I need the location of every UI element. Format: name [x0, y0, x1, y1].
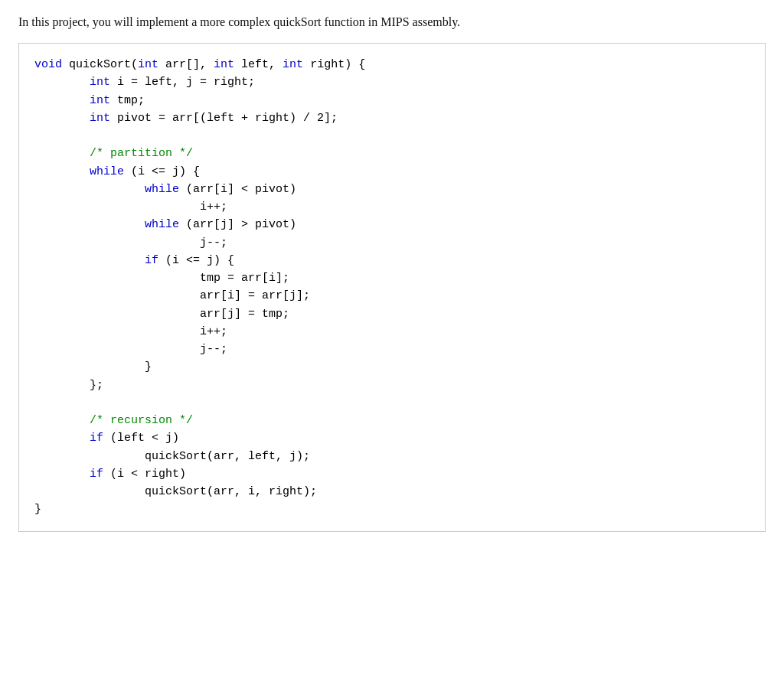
code-block: void quickSort(int arr[], int left, int …	[18, 43, 766, 532]
intro-paragraph: In this project, you will implement a mo…	[18, 15, 766, 29]
